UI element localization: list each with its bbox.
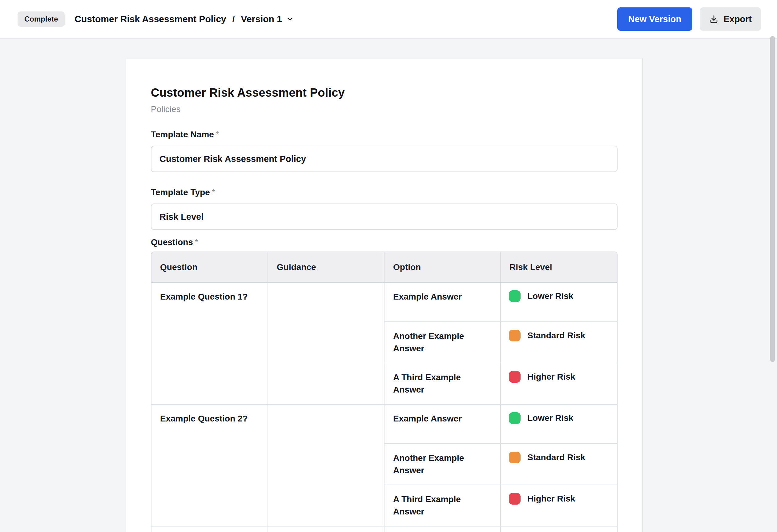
content-area: Customer Risk Assessment Policy Policies… [0, 39, 777, 531]
template-type-label: Template Type* [151, 188, 618, 197]
new-version-button[interactable]: New Version [617, 7, 692, 31]
option-cell: A Third Example Answer [384, 363, 501, 404]
table-row [151, 526, 617, 532]
question-cell [151, 526, 268, 532]
table-row: Example Question 2? Example Answer Lower… [151, 404, 617, 444]
option-cell: Example Answer [384, 404, 501, 444]
top-bar: Complete Customer Risk Assessment Policy… [0, 0, 777, 39]
risk-level-cell: Higher Risk [501, 363, 617, 404]
column-header-question: Question [151, 252, 268, 282]
version-selector[interactable]: Version 1 [241, 14, 294, 24]
table-header-row: Question Guidance Option Risk Level [151, 252, 617, 282]
column-header-option: Option [384, 252, 501, 282]
option-cell: A Third Example Answer [384, 485, 501, 526]
chevron-down-icon [286, 15, 294, 23]
questions-table: Question Guidance Option Risk Level Exam… [151, 251, 618, 532]
option-text: Example Answer [393, 413, 462, 425]
status-badge: Complete [17, 11, 65, 27]
risk-level-label: Standard Risk [527, 329, 585, 342]
column-header-risk-level: Risk Level [501, 252, 617, 282]
required-asterisk: * [212, 188, 215, 197]
breadcrumb-separator: / [232, 14, 235, 24]
risk-level-cell: Standard Risk [501, 444, 617, 485]
option-text: A Third Example Answer [393, 493, 477, 518]
question-cell: Example Question 1? [151, 282, 268, 404]
template-name-label: Template Name* [151, 130, 618, 139]
risk-color-swatch [509, 330, 521, 341]
risk-level-cell [501, 526, 617, 532]
option-text: Another Example Answer [393, 330, 477, 355]
risk-color-swatch [509, 452, 521, 463]
option-cell: Another Example Answer [384, 444, 501, 485]
questions-label: Questions* [151, 237, 618, 247]
option-cell: Another Example Answer [384, 322, 501, 363]
download-icon [709, 14, 719, 24]
page-subtitle: Policies [151, 104, 618, 114]
template-name-input[interactable] [151, 145, 618, 172]
option-cell [384, 526, 501, 532]
template-type-label-text: Template Type [151, 188, 210, 197]
risk-level-label: Standard Risk [527, 451, 585, 464]
policy-card: Customer Risk Assessment Policy Policies… [126, 58, 643, 532]
required-asterisk: * [216, 130, 219, 139]
guidance-cell [268, 282, 384, 404]
option-cell: Example Answer [384, 282, 501, 322]
risk-color-swatch [509, 290, 521, 302]
risk-level-cell: Lower Risk [501, 404, 617, 444]
table-row: Example Question 1? Example Answer Lower… [151, 282, 617, 322]
version-label: Version 1 [241, 14, 282, 24]
risk-level-label: Higher Risk [527, 493, 575, 505]
questions-label-text: Questions [151, 237, 193, 247]
template-type-input[interactable] [151, 204, 618, 230]
risk-color-swatch [509, 412, 521, 424]
risk-level-cell: Lower Risk [501, 282, 617, 322]
option-text: A Third Example Answer [393, 371, 477, 396]
option-text: Example Answer [393, 291, 462, 303]
risk-level-cell: Standard Risk [501, 322, 617, 363]
risk-color-swatch [509, 493, 521, 505]
risk-color-swatch [509, 371, 521, 383]
required-asterisk: * [195, 237, 198, 247]
risk-level-label: Lower Risk [527, 290, 573, 302]
risk-level-cell: Higher Risk [501, 485, 617, 526]
guidance-cell [268, 526, 384, 532]
guidance-cell [268, 404, 384, 526]
vertical-scrollbar[interactable] [770, 36, 775, 362]
breadcrumb-title: Customer Risk Assessment Policy [75, 14, 226, 24]
export-button-label: Export [724, 14, 752, 24]
option-text: Another Example Answer [393, 452, 477, 476]
column-header-guidance: Guidance [268, 252, 384, 282]
template-name-label-text: Template Name [151, 130, 214, 139]
risk-level-label: Lower Risk [527, 412, 573, 424]
question-cell: Example Question 2? [151, 404, 268, 526]
page-title: Customer Risk Assessment Policy [151, 86, 618, 99]
risk-level-label: Higher Risk [527, 371, 575, 383]
export-button[interactable]: Export [700, 7, 761, 31]
